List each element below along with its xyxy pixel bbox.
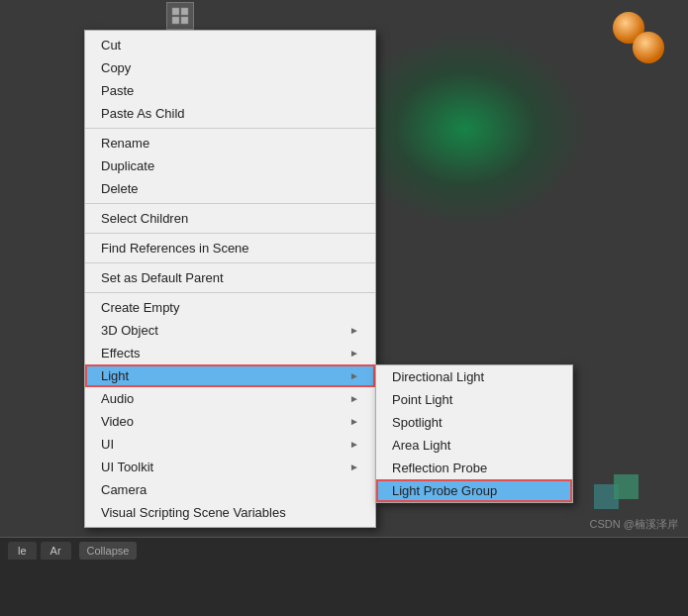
submenu-item-spotlight[interactable]: Spotlight — [376, 411, 572, 434]
submenu-item-directional-light[interactable]: Directional Light — [376, 365, 572, 388]
menu-item-create-empty[interactable]: Create Empty — [85, 296, 375, 319]
submenu-item-reflection-probe[interactable]: Reflection Probe — [376, 457, 572, 479]
svg-point-5 — [633, 32, 664, 63]
menu-section-1: Cut Copy Paste Paste As Child — [85, 31, 375, 129]
tab-le[interactable]: le — [8, 542, 37, 560]
arrow-icon: ► — [349, 439, 359, 450]
menu-item-paste[interactable]: Paste — [85, 79, 375, 102]
submenu-item-area-light[interactable]: Area Light — [376, 434, 572, 457]
menu-item-camera[interactable]: Camera — [85, 478, 375, 501]
menu-item-set-default-parent[interactable]: Set as Default Parent — [85, 266, 375, 289]
arrow-icon: ► — [349, 462, 359, 472]
context-menu: Cut Copy Paste Paste As Child Rename Dup… — [84, 30, 376, 528]
arrow-icon: ► — [349, 348, 359, 359]
submenu-item-light-probe-group[interactable]: Light Probe Group — [376, 479, 572, 502]
menu-item-video[interactable]: Video ► — [85, 410, 375, 433]
menu-item-effects[interactable]: Effects ► — [85, 342, 375, 364]
bottom-tabs: le Ar Collapse — [0, 538, 688, 564]
menu-item-select-children[interactable]: Select Children — [85, 207, 375, 230]
menu-item-delete[interactable]: Delete — [85, 177, 375, 200]
menu-item-duplicate[interactable]: Duplicate — [85, 154, 375, 177]
sphere-group — [609, 10, 668, 72]
menu-item-light[interactable]: Light ► Directional Light Point Light Sp… — [85, 364, 375, 387]
light-submenu: Directional Light Point Light Spotlight … — [375, 364, 573, 503]
grid-icon[interactable] — [166, 2, 194, 30]
arrow-icon: ► — [349, 393, 359, 404]
arrow-icon: ► — [349, 370, 359, 381]
collapse-button[interactable]: Collapse — [79, 542, 138, 560]
menu-item-ui[interactable]: UI ► — [85, 433, 375, 456]
svg-rect-1 — [181, 8, 188, 15]
menu-item-copy[interactable]: Copy — [85, 56, 375, 79]
menu-item-3d-object[interactable]: 3D Object ► — [85, 319, 375, 342]
svg-rect-3 — [181, 17, 188, 24]
menu-section-2: Rename Duplicate Delete — [85, 129, 375, 204]
menu-item-find-references[interactable]: Find References in Scene — [85, 237, 375, 259]
menu-item-paste-as-child[interactable]: Paste As Child — [85, 102, 375, 125]
menu-item-rename[interactable]: Rename — [85, 132, 375, 154]
menu-section-3: Select Children — [85, 204, 375, 234]
svg-rect-0 — [172, 8, 179, 15]
watermark: CSDN @楠溪泽岸 — [590, 517, 678, 532]
menu-section-5: Set as Default Parent — [85, 263, 375, 293]
bottom-bar: le Ar Collapse — [0, 537, 688, 616]
svg-rect-2 — [172, 17, 179, 24]
menu-section-6: Create Empty 3D Object ► Effects ► Light… — [85, 293, 375, 527]
submenu-item-point-light[interactable]: Point Light — [376, 388, 572, 411]
tab-ar[interactable]: Ar — [41, 542, 71, 560]
menu-item-visual-scripting[interactable]: Visual Scripting Scene Variables — [85, 501, 375, 524]
arrow-icon: ► — [349, 416, 359, 427]
menu-item-ui-toolkit[interactable]: UI Toolkit ► — [85, 456, 375, 478]
svg-rect-7 — [614, 474, 639, 499]
menu-section-4: Find References in Scene — [85, 234, 375, 263]
arrow-icon: ► — [349, 325, 359, 336]
menu-item-cut[interactable]: Cut — [85, 34, 375, 56]
menu-item-audio[interactable]: Audio ► — [85, 387, 375, 410]
